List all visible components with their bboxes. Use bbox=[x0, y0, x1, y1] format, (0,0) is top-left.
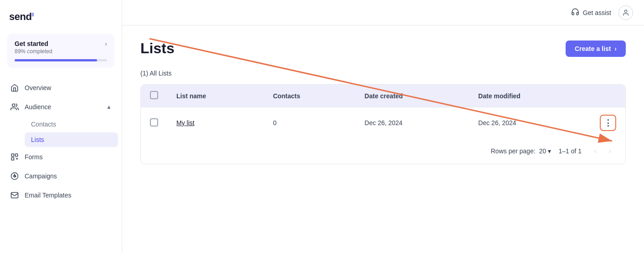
main-content: Get assist Lists Create a list › (1) All… bbox=[122, 0, 644, 253]
page-header: Lists Create a list › bbox=[140, 40, 626, 57]
lists-table-wrapper: List name Contacts Date created Date mod… bbox=[140, 84, 626, 164]
table-header: List name Contacts Date created Date mod… bbox=[141, 85, 625, 107]
sidebar-item-audience[interactable]: Audience ▲ bbox=[4, 98, 118, 116]
campaigns-icon bbox=[10, 172, 19, 181]
sidebar-item-email-templates-label: Email Templates bbox=[25, 192, 71, 199]
rows-per-page-value: 20 bbox=[539, 147, 546, 155]
sidebar-item-contacts[interactable]: Contacts bbox=[25, 117, 118, 132]
audience-chevron-icon: ▲ bbox=[106, 104, 112, 110]
logo: sendII bbox=[0, 7, 122, 34]
users-icon bbox=[10, 102, 19, 111]
nav-section: Overview Audience ▲ Contacts Lists bbox=[0, 79, 122, 246]
date-modified-header: Date modified bbox=[469, 85, 591, 107]
rows-per-page-section: Rows per page: 20 ▾ bbox=[491, 147, 551, 155]
main-wrapper: Get assist Lists Create a list › (1) All… bbox=[122, 0, 644, 253]
row-date-created-cell: Dec 26, 2024 bbox=[355, 107, 469, 139]
svg-rect-3 bbox=[11, 158, 14, 160]
svg-point-0 bbox=[12, 104, 15, 106]
row-date-modified-cell: Dec 26, 2024 bbox=[469, 107, 591, 139]
get-started-chevron-icon: › bbox=[105, 40, 107, 47]
row-contacts-cell: 0 bbox=[264, 107, 355, 139]
progress-bar-fill bbox=[15, 59, 97, 61]
sidebar-item-forms[interactable]: Forms bbox=[4, 148, 118, 166]
table-row: My list 0 Dec 26, 2024 Dec 26, 2024 ⋮ bbox=[141, 107, 625, 139]
sidebar-item-overview[interactable]: Overview bbox=[4, 79, 118, 97]
topbar: Get assist bbox=[122, 0, 644, 25]
rows-per-page-label: Rows per page: bbox=[491, 147, 536, 155]
select-all-checkbox[interactable] bbox=[150, 91, 158, 99]
forms-icon bbox=[10, 152, 19, 162]
pagination-next-button[interactable]: › bbox=[603, 145, 616, 157]
progress-bar-background bbox=[15, 59, 107, 61]
row-checkbox[interactable] bbox=[150, 118, 158, 126]
arrow-right-icon: › bbox=[614, 45, 617, 52]
rows-per-page-dropdown-icon: ▾ bbox=[548, 147, 551, 155]
pagination-nav: ‹ › bbox=[589, 145, 616, 157]
svg-rect-6 bbox=[11, 192, 18, 198]
email-icon bbox=[10, 191, 19, 200]
svg-point-7 bbox=[624, 10, 627, 12]
table-body: My list 0 Dec 26, 2024 Dec 26, 2024 ⋮ bbox=[141, 107, 625, 139]
checkbox-header-cell bbox=[141, 85, 167, 107]
sidebar-item-campaigns-label: Campaigns bbox=[25, 172, 57, 180]
sidebar-item-email-templates[interactable]: Email Templates bbox=[4, 186, 118, 204]
create-list-button-label: Create a list bbox=[575, 45, 611, 52]
sidebar-item-audience-label: Audience bbox=[25, 103, 51, 111]
page-title: Lists bbox=[140, 40, 175, 57]
user-avatar-button[interactable] bbox=[618, 5, 633, 20]
get-started-title: Get started bbox=[15, 40, 48, 47]
sidebar-item-campaigns[interactable]: Campaigns bbox=[4, 167, 118, 185]
lists-table: List name Contacts Date created Date mod… bbox=[141, 85, 625, 138]
row-list-name-cell: My list bbox=[167, 107, 264, 139]
filter-bar: (1) All Lists bbox=[140, 70, 626, 77]
row-more-button[interactable]: ⋮ bbox=[600, 115, 616, 131]
filter-label: (1) All Lists bbox=[140, 70, 171, 77]
svg-rect-1 bbox=[11, 154, 14, 156]
rows-per-page-select[interactable]: 20 ▾ bbox=[539, 147, 551, 155]
contacts-header: Contacts bbox=[264, 85, 355, 107]
list-name-header: List name bbox=[167, 85, 264, 107]
pagination: Rows per page: 20 ▾ 1–1 of 1 ‹ › bbox=[141, 138, 625, 164]
svg-rect-2 bbox=[15, 154, 18, 156]
headphones-icon bbox=[571, 8, 579, 17]
logo-superscript: II bbox=[31, 12, 34, 17]
logo-text: sendII bbox=[9, 11, 34, 22]
pagination-range: 1–1 of 1 bbox=[558, 147, 582, 155]
list-name-link[interactable]: My list bbox=[176, 119, 195, 126]
home-icon bbox=[10, 83, 19, 92]
get-assist-button[interactable]: Get assist bbox=[571, 8, 611, 17]
sidebar-item-lists[interactable]: Lists bbox=[25, 132, 118, 147]
row-checkbox-cell bbox=[141, 107, 167, 139]
actions-header bbox=[591, 85, 625, 107]
sidebar-item-forms-label: Forms bbox=[25, 153, 43, 161]
sidebar: sendII Get started › 89% completed Overv… bbox=[0, 0, 122, 253]
row-actions-cell: ⋮ bbox=[591, 107, 625, 139]
pagination-prev-button[interactable]: ‹ bbox=[589, 145, 602, 157]
create-list-button[interactable]: Create a list › bbox=[566, 40, 626, 57]
sidebar-item-overview-label: Overview bbox=[25, 84, 51, 91]
date-created-header: Date created bbox=[355, 85, 469, 107]
get-started-subtitle: 89% completed bbox=[15, 48, 107, 55]
get-started-card[interactable]: Get started › 89% completed bbox=[7, 34, 114, 68]
audience-submenu: Contacts Lists bbox=[4, 117, 118, 147]
get-assist-label: Get assist bbox=[583, 9, 611, 16]
page-content: Lists Create a list › (1) All Lists bbox=[122, 25, 644, 253]
